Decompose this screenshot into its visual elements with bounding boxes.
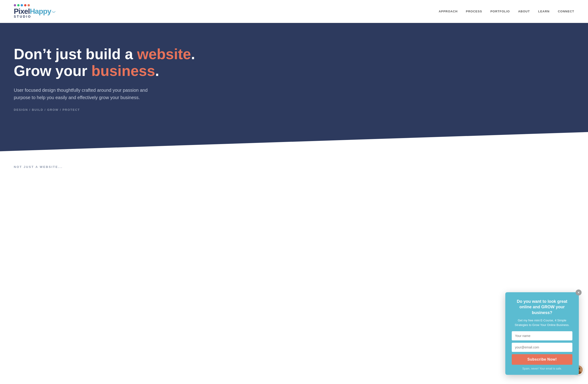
nav-about[interactable]: ABOUT: [518, 10, 530, 13]
nav-connect[interactable]: CONNECT: [558, 10, 574, 13]
logo-pixel-text: Pixel: [14, 7, 30, 15]
hero-line2: Grow your business.: [14, 63, 159, 79]
logo[interactable]: PixelHappy︶ STUDIO: [14, 4, 58, 19]
main-nav: APPROACH PROCESS PORTFOLIO ABOUT LEARN C…: [439, 10, 574, 13]
logo-smile: ︶: [52, 10, 56, 15]
dot-orange: [28, 4, 30, 6]
nav-portfolio[interactable]: PORTFOLIO: [490, 10, 510, 13]
logo-dots: [14, 4, 56, 6]
hero-title: Don’t just build a website. Grow your bu…: [14, 46, 198, 80]
dot-blue: [21, 4, 23, 6]
logo-happy-text: Happy: [30, 7, 51, 15]
below-hero-section: NOT JUST A WEBSITE...: [0, 151, 588, 173]
dot-purple: [14, 4, 16, 6]
site-header: PixelHappy︶ STUDIO APPROACH PROCESS PORT…: [0, 0, 588, 23]
hero-section: Don’t just build a website. Grow your bu…: [0, 23, 588, 151]
nav-approach[interactable]: APPROACH: [439, 10, 458, 13]
hero-tagline: DESIGN / BUILD / GROW / PROTECT: [14, 108, 574, 112]
logo-studio-text: STUDIO: [14, 15, 56, 18]
hero-subtitle: User focused design thoughtfully crafted…: [14, 86, 163, 101]
nav-learn[interactable]: LEARN: [538, 10, 550, 13]
dot-red: [24, 4, 26, 6]
hero-line1: Don’t just build a website.: [14, 46, 195, 62]
dot-green: [17, 4, 20, 6]
nav-process[interactable]: PROCESS: [466, 10, 482, 13]
not-just-heading: NOT JUST A WEBSITE...: [14, 165, 574, 169]
